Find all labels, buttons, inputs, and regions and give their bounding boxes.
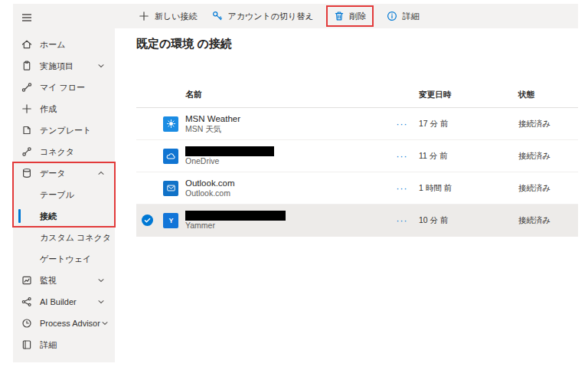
selected-check-icon (142, 214, 153, 226)
sidebar-item-label: 作成 (40, 103, 57, 115)
sidebar-item-label: カスタム コネクタ (40, 232, 111, 244)
more-actions-icon[interactable]: ··· (390, 151, 413, 162)
column-header-modified[interactable]: 変更日時 (413, 90, 513, 100)
toolbar-button-0[interactable]: 新しい接続 (138, 10, 198, 22)
more-actions-icon[interactable]: ··· (390, 119, 413, 129)
redacted-name-bar (185, 146, 274, 156)
key-icon (211, 10, 224, 22)
column-header-status[interactable]: 状態 (513, 90, 578, 100)
sidebar-item-詳細[interactable]: 詳細 (13, 334, 115, 355)
chevron-down-icon (96, 297, 106, 306)
modified-time: 17 分 前 (413, 119, 513, 129)
sidebar-item-ホーム[interactable]: ホーム (13, 34, 115, 55)
sidebar-item-label: 監視 (40, 275, 57, 287)
sidebar-item-テーブル[interactable]: テーブル (13, 184, 115, 205)
sidebar-item-監視[interactable]: 監視 (13, 270, 115, 291)
connector-icon (21, 146, 33, 158)
redacted-name-bar (185, 211, 286, 221)
connection-status: 接続済み (513, 119, 578, 129)
hamburger-icon (21, 11, 33, 27)
svg-text:Y: Y (168, 217, 173, 224)
page-title: 既定の環境 の接続 (136, 37, 232, 51)
chevron-down-icon (96, 61, 106, 70)
hamburger-menu-button[interactable] (13, 4, 115, 34)
toolbar-button-3[interactable]: 詳細 (386, 10, 420, 22)
flow-icon (21, 81, 33, 93)
connection-subtitle: OneDrive (185, 156, 390, 166)
sidebar-item-ai-builder[interactable]: AI Builder (13, 291, 115, 313)
sidebar-item-label: 接続 (40, 211, 57, 222)
sidebar-item-作成[interactable]: 作成 (13, 98, 115, 120)
sidebar-item-label: 実施項目 (40, 61, 74, 72)
more-actions-icon[interactable]: ··· (390, 183, 413, 194)
selected-indicator (18, 209, 21, 223)
toolbar-button-2[interactable]: 削除 (328, 7, 372, 25)
column-header-name[interactable]: 名前 (185, 90, 390, 100)
plus-icon (138, 10, 150, 22)
toolbar-button-1[interactable]: アカウントの切り替え (211, 10, 314, 22)
connection-subtitle: Yammer (185, 221, 390, 231)
chevron-down-icon (96, 276, 106, 285)
sidebar-item-テンプレート[interactable]: テンプレート (13, 120, 115, 141)
sidebar-item-label: データ (40, 168, 66, 179)
sidebar-item-label: 詳細 (40, 339, 57, 351)
sidebar-item-マイ-フロー[interactable]: マイ フロー (13, 77, 115, 98)
data-section-highlight-box: データテーブル接続 (13, 162, 115, 227)
template-icon (21, 124, 33, 136)
toolbar-button-label: 詳細 (403, 11, 420, 22)
chevron-up-icon (96, 169, 106, 178)
sidebar-item-label: AI Builder (40, 297, 77, 306)
table-body: MSN Weather MSN 天気 ··· 17 分 前 接続済み OneDr… (136, 108, 578, 237)
sidebar-item-process-advisor[interactable]: Process Advisor (13, 313, 115, 334)
sidebar-nav: ホーム実施項目マイ フロー作成テンプレートコネクタデータテーブル接続カスタム コ… (13, 34, 115, 355)
command-bar: 新しい接続アカウントの切り替え削除詳細 (115, 4, 578, 28)
sidebar-item-label: テンプレート (40, 125, 91, 136)
plus-icon (21, 103, 33, 115)
more-actions-icon[interactable]: ··· (390, 215, 413, 226)
connection-subtitle: MSN 天気 (185, 124, 390, 134)
table-row[interactable]: Outlook.com Outlook.com ··· 1 時間 前 接続済み (136, 172, 578, 205)
ai-builder-icon (21, 296, 33, 308)
sidebar-item-ゲートウェイ[interactable]: ゲートウェイ (13, 248, 115, 270)
sidebar-item-データ[interactable]: データ (13, 162, 115, 184)
power-automate-connections-page: { "toolbar": { "items": [ {"label": "新しい… (0, 0, 588, 370)
chevron-down-icon (100, 319, 109, 328)
msn-weather-icon (163, 116, 178, 132)
clipboard-icon (21, 60, 33, 72)
connection-status: 接続済み (513, 215, 578, 226)
table-row[interactable]: Y Yammer ··· 10 分 前 接続済み (136, 205, 578, 237)
outlook-icon (163, 181, 178, 196)
connection-name: MSN Weather (185, 113, 390, 124)
process-advisor-icon (21, 317, 33, 329)
modified-time: 10 分 前 (413, 215, 513, 226)
toolbar-button-label: 削除 (350, 11, 367, 22)
home-icon (21, 38, 33, 51)
sidebar-item-label: テーブル (40, 189, 74, 201)
sidebar-item-label: ホーム (40, 39, 66, 51)
sidebar-item-label: マイ フロー (40, 82, 85, 93)
database-icon (21, 167, 33, 179)
modified-time: 1 時間 前 (413, 183, 513, 194)
table-row[interactable]: MSN Weather MSN 天気 ··· 17 分 前 接続済み (136, 108, 578, 140)
sidebar-item-カスタム-コネクタ[interactable]: カスタム コネクタ (13, 227, 115, 248)
connection-name (185, 210, 390, 221)
connections-table: 名前 変更日時 状態 MSN Weather MSN 天気 ··· 17 分 前… (136, 83, 578, 237)
sidebar-item-実施項目[interactable]: 実施項目 (13, 55, 115, 77)
sidebar: ホーム実施項目マイ フロー作成テンプレートコネクタデータテーブル接続カスタム コ… (13, 4, 115, 362)
yammer-icon: Y (163, 213, 178, 228)
row-check-cell[interactable] (136, 214, 158, 226)
sidebar-item-接続[interactable]: 接続 (13, 205, 115, 227)
sidebar-item-label: コネクタ (40, 146, 74, 158)
connection-status: 接続済み (513, 183, 578, 194)
connection-status: 接続済み (513, 151, 578, 162)
connection-name (185, 146, 390, 156)
connection-name: Outlook.com (185, 178, 390, 188)
connection-subtitle: Outlook.com (185, 188, 390, 198)
sidebar-item-label: ゲートウェイ (40, 254, 91, 265)
table-row[interactable]: OneDrive ··· 11 分 前 接続済み (136, 140, 578, 172)
onedrive-icon (163, 149, 178, 164)
trash-icon (333, 10, 345, 22)
sidebar-item-コネクタ[interactable]: コネクタ (13, 141, 115, 162)
book-icon (21, 339, 33, 351)
toolbar-button-label: 新しい接続 (155, 11, 198, 22)
